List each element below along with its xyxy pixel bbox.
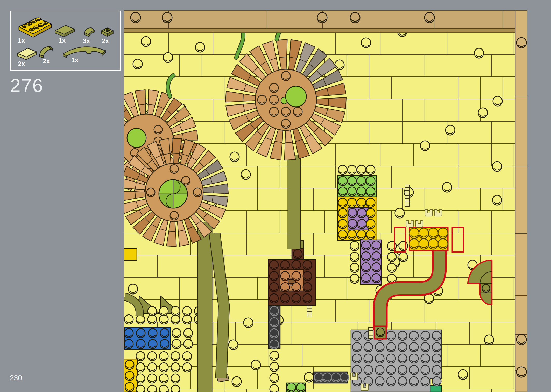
- part-item: 1x: [61, 40, 108, 60]
- part-count: 1x: [18, 37, 25, 44]
- part-item: 1x: [52, 22, 78, 38]
- tile-2x2-macaroni-olive-icon: [37, 43, 62, 60]
- instruction-render: [124, 0, 527, 392]
- page-number: 230: [10, 374, 22, 382]
- tile-1x2-olive-icon: [52, 22, 78, 38]
- tile-1x1-quarter-olive-icon: [81, 25, 99, 38]
- part-item: 2x: [99, 24, 115, 38]
- bow-4x4-macaroni-olive-icon: [61, 40, 108, 60]
- step-number: 276: [10, 76, 44, 95]
- plate-2x4-yellow-icon: [14, 15, 56, 39]
- part-count: 2x: [43, 58, 50, 64]
- tile-1x2-pale-yellow-icon: [14, 45, 40, 61]
- part-item: 3x: [81, 25, 99, 38]
- part-count: 2x: [18, 61, 25, 67]
- part-item: 1x: [14, 15, 56, 39]
- plate-1x1-olive-icon: [99, 24, 115, 38]
- parts-callout-panel: 1x 1x 3x 2x 2x: [10, 11, 121, 71]
- instruction-page: { "page": { "step_number": "276", "page_…: [0, 0, 551, 392]
- part-count: 1x: [71, 57, 79, 63]
- lego-mosaic-render: [124, 0, 527, 392]
- part-item: 2x: [37, 43, 62, 60]
- part-item: 2x: [14, 45, 40, 61]
